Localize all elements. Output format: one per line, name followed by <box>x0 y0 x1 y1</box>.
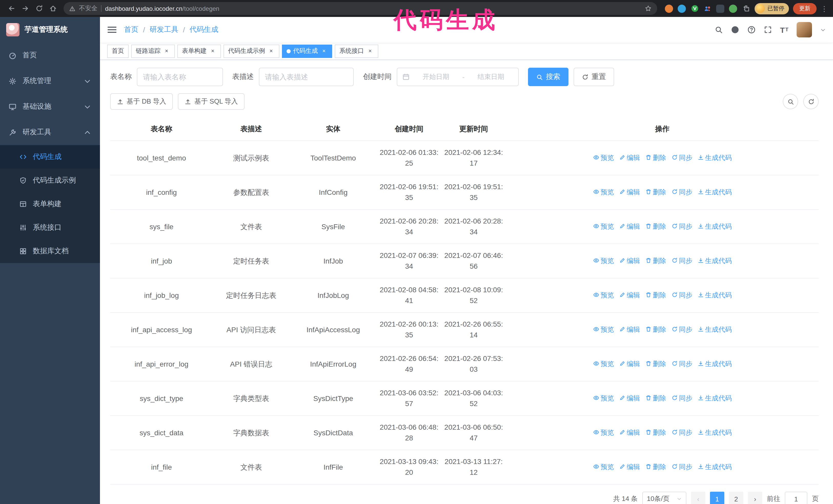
extension-icon[interactable] <box>690 4 699 13</box>
delete-action[interactable]: 删除 <box>645 324 666 335</box>
sidebar-item-codegen[interactable]: 代码生成 <box>0 145 100 169</box>
github-icon[interactable] <box>731 26 739 34</box>
edit-action[interactable]: 编辑 <box>619 290 640 301</box>
browser-forward-icon[interactable] <box>19 2 31 15</box>
sync-action[interactable]: 同步 <box>671 152 692 163</box>
sidebar-item-home[interactable]: 首页 <box>0 43 100 68</box>
edit-action[interactable]: 编辑 <box>619 461 640 472</box>
browser-back-icon[interactable] <box>5 2 18 15</box>
table-name-input[interactable] <box>137 68 223 86</box>
sidebar-item-system-api[interactable]: 系统接口 <box>0 216 100 239</box>
next-page-button[interactable]: › <box>748 492 762 504</box>
chevron-down-icon[interactable] <box>820 27 826 32</box>
tag-item-3[interactable]: 代码生成示例× <box>223 44 279 58</box>
edit-action[interactable]: 编辑 <box>619 221 640 232</box>
preview-action[interactable]: 预览 <box>593 358 614 369</box>
refresh-table-button[interactable] <box>803 94 819 109</box>
hamburger-menu-icon[interactable] <box>100 17 124 43</box>
sidebar-item-system-manage[interactable]: 系统管理 <box>0 68 100 94</box>
preview-action[interactable]: 预览 <box>593 152 614 163</box>
import-db-button[interactable]: 基于 DB 导入 <box>110 93 173 110</box>
delete-action[interactable]: 删除 <box>645 290 666 301</box>
sidebar-item-db-doc[interactable]: 数据库文档 <box>0 239 100 263</box>
page-button-2[interactable]: 2 <box>729 492 743 504</box>
sync-action[interactable]: 同步 <box>671 358 692 369</box>
extension-icon[interactable] <box>665 4 673 13</box>
tag-item-1[interactable]: 链路追踪× <box>131 44 175 58</box>
tag-item-2[interactable]: 表单构建× <box>177 44 221 58</box>
page-button-1[interactable]: 1 <box>710 492 724 504</box>
close-icon[interactable]: × <box>268 47 275 55</box>
preview-action[interactable]: 预览 <box>593 290 614 301</box>
sync-action[interactable]: 同步 <box>671 461 692 472</box>
tag-item-4[interactable]: 代码生成× <box>282 44 332 58</box>
search-button[interactable]: 搜索 <box>528 68 569 86</box>
extension-icon[interactable] <box>678 4 686 13</box>
prev-page-button[interactable]: ‹ <box>691 492 705 504</box>
bookmark-star-icon[interactable] <box>645 5 651 12</box>
sync-action[interactable]: 同步 <box>671 393 692 404</box>
profile-paused-chip[interactable]: 已暂停 <box>755 3 789 14</box>
delete-action[interactable]: 删除 <box>645 427 666 438</box>
delete-action[interactable]: 删除 <box>645 187 666 197</box>
reset-button[interactable]: 重置 <box>574 68 614 86</box>
close-icon[interactable]: × <box>209 47 216 55</box>
edit-action[interactable]: 编辑 <box>619 152 640 163</box>
chrome-menu-icon[interactable]: ⋮ <box>821 4 828 13</box>
search-icon[interactable] <box>714 26 722 34</box>
delete-action[interactable]: 删除 <box>645 255 666 266</box>
generate-code-action[interactable]: 生成代码 <box>697 358 732 369</box>
sidebar-item-dev-tools[interactable]: 研发工具 <box>0 119 100 145</box>
tag-item-5[interactable]: 系统接口× <box>335 44 378 58</box>
goto-page-input[interactable] <box>785 492 807 504</box>
generate-code-action[interactable]: 生成代码 <box>697 461 732 472</box>
address-bar[interactable]: 不安全 dashboard.yudao.iocoder.cn/tool/code… <box>64 2 657 15</box>
sync-action[interactable]: 同步 <box>671 255 692 266</box>
edit-action[interactable]: 编辑 <box>619 255 640 266</box>
generate-code-action[interactable]: 生成代码 <box>697 393 732 404</box>
edit-action[interactable]: 编辑 <box>619 393 640 404</box>
breadcrumb-home[interactable]: 首页 <box>124 25 138 34</box>
extension-icon[interactable] <box>716 4 724 13</box>
generate-code-action[interactable]: 生成代码 <box>697 427 732 438</box>
edit-action[interactable]: 编辑 <box>619 358 640 369</box>
app-logo[interactable]: 芋道管理系统 <box>0 17 100 43</box>
close-icon[interactable]: × <box>320 47 328 55</box>
edit-action[interactable]: 编辑 <box>619 324 640 335</box>
user-avatar[interactable] <box>796 22 812 38</box>
browser-home-icon[interactable] <box>47 2 59 15</box>
extension-icon[interactable] <box>729 4 737 13</box>
browser-reload-icon[interactable] <box>33 2 45 15</box>
sync-action[interactable]: 同步 <box>671 324 692 335</box>
extension-icon[interactable] <box>703 4 712 13</box>
delete-action[interactable]: 删除 <box>645 358 666 369</box>
fullscreen-icon[interactable] <box>764 26 772 34</box>
preview-action[interactable]: 预览 <box>593 221 614 232</box>
preview-action[interactable]: 预览 <box>593 427 614 438</box>
sidebar-item-codegen-example[interactable]: 代码生成示例 <box>0 169 100 192</box>
sidebar-item-infrastructure[interactable]: 基础设施 <box>0 94 100 119</box>
close-icon[interactable]: × <box>366 47 374 55</box>
chrome-update-button[interactable]: 更新 <box>793 3 816 14</box>
generate-code-action[interactable]: 生成代码 <box>697 221 732 232</box>
import-sql-button[interactable]: 基于 SQL 导入 <box>178 93 245 110</box>
generate-code-action[interactable]: 生成代码 <box>697 324 732 335</box>
sync-action[interactable]: 同步 <box>671 427 692 438</box>
generate-code-action[interactable]: 生成代码 <box>697 290 732 301</box>
edit-action[interactable]: 编辑 <box>619 187 640 197</box>
preview-action[interactable]: 预览 <box>593 187 614 197</box>
help-icon[interactable] <box>747 26 755 34</box>
page-size-select[interactable]: 10条/页 <box>642 492 686 504</box>
sync-action[interactable]: 同步 <box>671 187 692 197</box>
edit-action[interactable]: 编辑 <box>619 427 640 438</box>
font-size-icon[interactable]: TT <box>780 26 788 33</box>
generate-code-action[interactable]: 生成代码 <box>697 187 732 197</box>
preview-action[interactable]: 预览 <box>593 324 614 335</box>
generate-code-action[interactable]: 生成代码 <box>697 152 732 163</box>
preview-action[interactable]: 预览 <box>593 255 614 266</box>
delete-action[interactable]: 删除 <box>645 461 666 472</box>
extensions-puzzle-icon[interactable] <box>742 4 750 13</box>
sync-action[interactable]: 同步 <box>671 221 692 232</box>
generate-code-action[interactable]: 生成代码 <box>697 255 732 266</box>
delete-action[interactable]: 删除 <box>645 152 666 163</box>
